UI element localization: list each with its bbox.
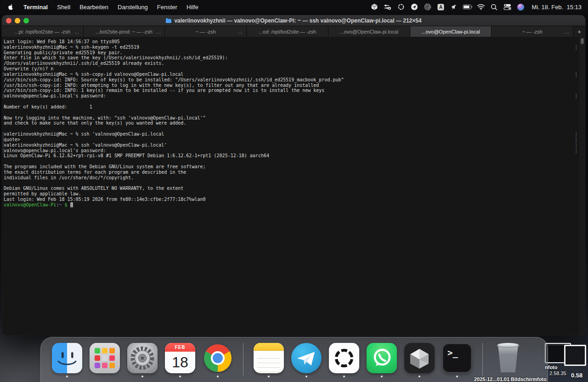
window-titlebar[interactable]: valeriinovokhyzhnii — valnovo@OpenClaw-P… (2, 15, 585, 26)
dock-item-launchpad[interactable] (90, 343, 120, 373)
prompt-mark-left: [ (2, 137, 5, 143)
terminal-line: individual files in /usr/share/doc/*/cop… (2, 175, 585, 181)
window-title: valeriinovokhyzhnii — valnovo@OpenClaw-P… (165, 17, 421, 24)
terminal-tab-2[interactable]: ...bot2site-prod: ~ — -zsh… (84, 26, 165, 37)
terminal-tab-6[interactable]: ...ovo@OpenClaw-pi.local (410, 26, 492, 37)
menu-item-fenster[interactable]: Fenster (153, 4, 182, 11)
terminal-text: /usr/bin/ssh-copy-id: INFO: attempting t… (4, 83, 319, 88)
tab-label: ...ovo@OpenClaw-pi.local (340, 29, 398, 34)
apple-logo-icon (7, 3, 14, 11)
prompt-mark-right: ] (575, 143, 577, 148)
desktop-file-label: 2025-12...01.01 Bildschirmfoto (474, 376, 547, 382)
prompt-mark-right: ] (575, 137, 577, 143)
terminal-text: Last login: Wed Feb 18 14:56:37 on ttys0… (4, 39, 120, 44)
terminal-line: []quote> (2, 137, 585, 143)
terminal-line: []valeriinovokhyzhnii@Mac ~ % ssh 'valno… (2, 143, 585, 148)
prompt-mark-left: [ (2, 93, 5, 99)
terminal-tab-4[interactable]: ...od: /opt/bot2site — -zsh (247, 26, 328, 37)
minimize-button[interactable] (15, 18, 20, 23)
tab-label: ~ — -zsh (522, 29, 543, 34)
terminal-line: /usr/bin/ssh-copy-id: INFO: Source of ke… (2, 77, 585, 83)
dock-item-notes[interactable] (254, 343, 284, 373)
desktop: { "menu_bar": { "app_name": "Terminal", … (0, 0, 588, 382)
dock-item-terminal[interactable]: >_ (442, 343, 472, 373)
tab-label: ...ovo@OpenClaw-pi.local (421, 29, 480, 34)
spotlight-icon[interactable] (489, 3, 499, 11)
dock-item-system-settings[interactable] (127, 343, 158, 373)
tab-more-icon[interactable]: … (74, 29, 80, 34)
menu-item-shell[interactable]: Shell (52, 4, 75, 11)
dock: FEB 18 (40, 337, 548, 382)
terminal-content[interactable]: Last login: Wed Feb 18 14:56:37 on ttys0… (2, 37, 585, 336)
paper-plane-icon[interactable] (409, 3, 419, 11)
terminal-line (2, 126, 585, 131)
control-center-icon[interactable] (503, 3, 513, 11)
prompt-mark-left: [ (2, 72, 5, 77)
wifi-icon[interactable] (476, 3, 486, 11)
terminal-line: permitted by applicable law. (2, 191, 585, 197)
dock-item-finder[interactable] (52, 343, 82, 373)
dock-item-chrome[interactable] (203, 343, 233, 373)
dock-item-telegram[interactable] (291, 343, 322, 373)
folder-icon[interactable] (165, 18, 172, 23)
apple-menu[interactable] (6, 3, 19, 11)
dock-item-3d-app[interactable] (404, 343, 435, 373)
telegram-icon (291, 343, 322, 373)
dock-divider (482, 343, 483, 376)
terminal-text: Linux OpenClaw-Pi 6.12.62+rpt-rpi-v8 #1 … (4, 153, 269, 158)
tab-more-icon[interactable]: … (156, 29, 161, 34)
mute-icon[interactable] (449, 3, 459, 11)
menu-bar: Terminal ShellBearbeitenDarstellungFenst… (0, 0, 588, 14)
terminal-line: []valnovo@openclaw-pi.local's password: (2, 148, 585, 154)
terminal-line: The programs included with the Debian GN… (2, 164, 585, 170)
terminal-tab-3[interactable]: ~ — -zsh… (165, 26, 247, 37)
siri-icon[interactable] (516, 3, 526, 11)
terminal-line: Overwrite (y/n)? n (2, 66, 585, 72)
terminal-line: Enter file in which to save the key (/Us… (2, 55, 585, 61)
terminal-line (2, 110, 585, 115)
terminal-line: []valeriinovokhyzhnii@Mac ~ % ssh-copy-i… (2, 72, 585, 77)
zoom-button[interactable] (23, 18, 29, 23)
battery-icon[interactable] (463, 3, 473, 11)
prompt-mark-right: ] (575, 72, 577, 77)
calendar-icon: FEB 18 (165, 343, 195, 373)
terminal-line (2, 181, 585, 186)
menu-bar-clock[interactable]: Mi. 18. Feb. 15:13 (532, 4, 582, 11)
dock-item-chatgpt[interactable] (329, 343, 359, 373)
chatgpt-icon[interactable] (396, 3, 406, 11)
terminal-text: /Users/valeriinovokhyzhnii/.ssh/id_ed255… (4, 61, 164, 66)
menu-item-bearbeiten[interactable]: Bearbeiten (75, 4, 113, 11)
tab-label: ...bot2site-prod: ~ — -zsh (96, 29, 153, 34)
terminal-text: /usr/bin/ssh-copy-id: INFO: Source of ke… (4, 77, 344, 82)
terminal-text: Now try logging into the machine, with: … (4, 115, 206, 120)
dock-item-trash[interactable] (493, 343, 523, 373)
new-tab-button[interactable]: + (573, 26, 585, 37)
tab-more-icon[interactable]: … (237, 29, 243, 34)
terminal-line: []valeriinovokhyzhnii@Mac ~ % ssh 'valno… (2, 131, 585, 137)
radar-icon[interactable] (423, 3, 433, 11)
terminal-icon: >_ (442, 343, 472, 373)
close-button[interactable] (6, 18, 11, 23)
dock-item-calendar[interactable]: FEB 18 (165, 343, 195, 373)
terminal-text: and check to make sure that only the key… (4, 120, 186, 125)
dock-item-whatsapp[interactable] (367, 343, 397, 373)
terminal-tab-7[interactable]: ~ — -zsh… (492, 26, 573, 37)
screenshot-thumbnail[interactable] (564, 345, 586, 366)
prompt-mark-left: [ (2, 148, 5, 154)
input-source-icon[interactable]: A (436, 3, 446, 11)
tab-more-icon[interactable]: … (564, 29, 570, 34)
menu-app-name[interactable]: Terminal (19, 4, 52, 11)
terminal-window: valeriinovokhyzhnii — valnovo@OpenClaw-P… (2, 15, 585, 336)
terminal-text: /usr/bin/ssh-copy-id: INFO: 1 key(s) rem… (4, 88, 324, 93)
cube-3d-icon (404, 343, 435, 373)
menu-item-darstellung[interactable]: Darstellung (113, 4, 153, 11)
terminal-tab-1[interactable]: ...pi: /opt/bot2site — -zsh… (2, 26, 84, 37)
cube-icon[interactable] (369, 3, 379, 11)
chrome-icon (203, 343, 233, 373)
whatsapp-icon (367, 343, 397, 373)
menu-item-hilfe[interactable]: Hilfe (182, 4, 203, 11)
toggles-icon[interactable] (383, 3, 393, 11)
terminal-tab-5[interactable]: ...ovo@OpenClaw-pi.local (328, 26, 410, 37)
terminal-line: []valeriinovokhyzhnii@Mac ~ % ssh-keygen… (2, 45, 585, 50)
calendar-day: 18 (165, 352, 195, 373)
